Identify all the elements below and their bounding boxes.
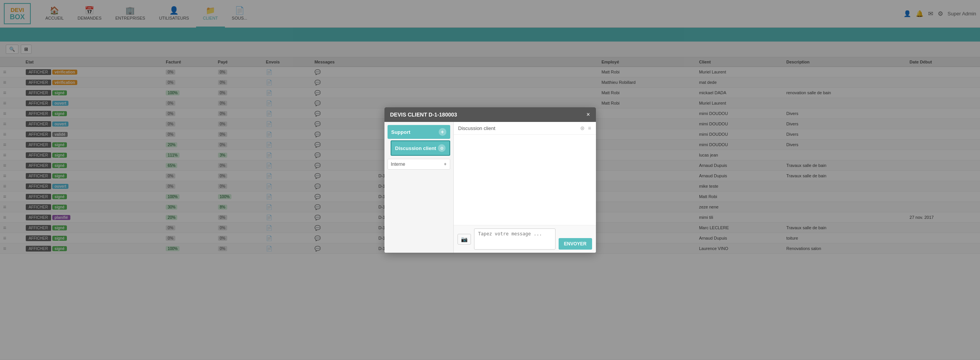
modal: DEVIS CLIENT D-1-180003 × Support + Disc… [384, 107, 596, 253]
modal-chat-area [454, 135, 596, 225]
rss-icon[interactable]: ⊛ [580, 125, 585, 131]
support-section-button[interactable]: Support + [388, 125, 450, 139]
modal-footer: 📷 ENVOYER [454, 225, 596, 253]
interne-plus-icon: + [444, 162, 446, 167]
modal-right-icons: ⊛ ≡ [580, 125, 591, 131]
support-plus-icon: + [439, 128, 446, 136]
modal-overlay[interactable]: DEVIS CLIENT D-1-180003 × Support + Disc… [0, 0, 980, 360]
modal-title: DEVIS CLIENT D-1-180003 [390, 112, 457, 118]
discussion-client-button[interactable]: Discussion client ⊙ [391, 140, 450, 156]
modal-body: Support + Discussion client ⊙ Interne + [384, 122, 596, 253]
interne-label: Interne [391, 162, 405, 167]
modal-close-button[interactable]: × [586, 111, 590, 118]
discussion-label: Discussion client [395, 145, 436, 151]
message-input[interactable] [474, 228, 556, 250]
modal-left-panel: Support + Discussion client ⊙ Interne + [384, 122, 454, 253]
sub-items: Discussion client ⊙ [388, 140, 450, 156]
interne-section: Interne + [388, 159, 450, 170]
list-icon[interactable]: ≡ [588, 125, 591, 131]
modal-right-header: Discussion client ⊛ ≡ [454, 122, 596, 135]
modal-header: DEVIS CLIENT D-1-180003 × [384, 107, 596, 122]
discussion-indicator: ⊙ [438, 144, 446, 152]
modal-right-title: Discussion client [458, 125, 496, 131]
camera-button[interactable]: 📷 [458, 234, 471, 245]
support-label: Support [391, 129, 411, 135]
modal-right-panel: Discussion client ⊛ ≡ 📷 ENVOYER [454, 122, 596, 253]
send-button[interactable]: ENVOYER [559, 238, 592, 250]
